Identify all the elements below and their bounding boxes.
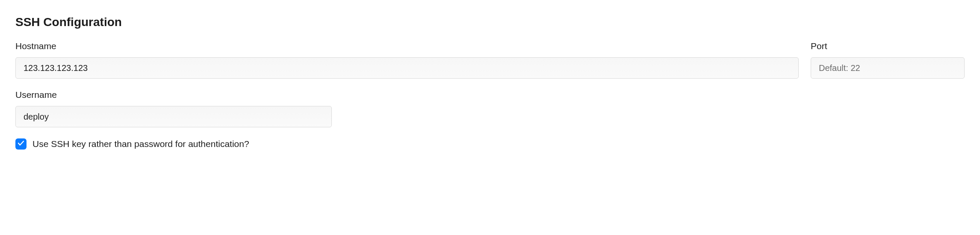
- port-input[interactable]: [811, 57, 965, 79]
- hostname-input[interactable]: [15, 57, 799, 79]
- check-icon: [17, 139, 25, 149]
- ssh-key-checkbox[interactable]: [15, 138, 27, 150]
- username-input[interactable]: [15, 106, 332, 127]
- username-row: Username: [15, 90, 965, 127]
- hostname-field-group: Hostname: [15, 41, 799, 79]
- port-field-group: Port: [811, 41, 965, 79]
- section-title: SSH Configuration: [15, 15, 965, 29]
- username-label: Username: [15, 90, 332, 100]
- ssh-key-checkbox-label[interactable]: Use SSH key rather than password for aut…: [32, 139, 249, 149]
- ssh-configuration-section: SSH Configuration Hostname Port Username…: [15, 15, 965, 150]
- hostname-port-row: Hostname Port: [15, 41, 965, 79]
- ssh-key-checkbox-row: Use SSH key rather than password for aut…: [15, 138, 965, 150]
- port-label: Port: [811, 41, 965, 51]
- hostname-label: Hostname: [15, 41, 799, 51]
- username-field-group: Username: [15, 90, 332, 127]
